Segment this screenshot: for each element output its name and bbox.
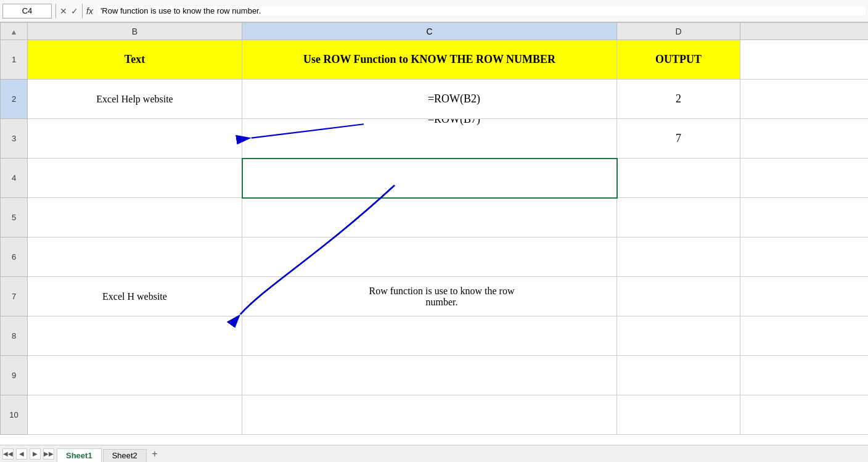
cell-d2-content: 2 [621,81,736,117]
row-header-4: 4 [1,159,28,198]
cancel-icon[interactable]: ✕ [60,6,67,16]
row-header-9: 9 [1,356,28,395]
row-header-5: 5 [1,198,28,237]
table-row: 1 Text Use ROW Function to KNOW THE ROW … [1,40,869,80]
confirm-icon[interactable]: ✓ [71,6,78,16]
spreadsheet-wrapper: ▲ B C D 1 Text [0,22,868,435]
cell-c3[interactable]: =ROW(B7) [242,119,617,159]
cell-c1-content: Use ROW Function to KNOW THE ROW NUMBER [246,41,613,78]
table-row: 8 [1,316,869,356]
spreadsheet-table: ▲ B C D 1 Text [0,22,868,435]
row-header-8: 8 [1,316,28,356]
cell-c3-content: =ROW(B7) [246,120,613,157]
cell-b8[interactable] [28,316,242,356]
cell-d2[interactable]: 2 [617,80,740,119]
corner-cell: ▲ [1,23,28,40]
cell-c8[interactable] [242,316,617,356]
cell-e9[interactable] [740,356,869,395]
cell-reference-box[interactable]: C4 [2,4,52,19]
cell-d8[interactable] [617,316,740,356]
cell-b2[interactable]: Excel Help website [28,80,242,119]
cell-b6[interactable] [28,237,242,277]
cell-d3-content: 7 [621,120,736,157]
row-header-7: 7 [1,277,28,316]
cell-e1[interactable] [740,40,869,80]
formula-content: 'Row function is use to know the row num… [98,6,866,15]
table-row: 3 =ROW(B7) 7 [1,119,869,159]
fx-label: fx [86,6,93,16]
cell-b5[interactable] [28,198,242,237]
cell-d4[interactable] [617,159,740,198]
col-header-c[interactable]: C [242,23,617,40]
row-header-3: 3 [1,119,28,159]
cell-d3[interactable]: 7 [617,119,740,159]
table-row: 10 [1,395,869,435]
cell-e8[interactable] [740,316,869,356]
cell-b3[interactable] [28,119,242,159]
cell-d5[interactable] [617,198,740,237]
formula-divider [55,4,56,19]
cell-d7[interactable] [617,277,740,316]
cell-b7[interactable]: Excel H website [28,277,242,316]
cell-e10[interactable] [740,395,869,435]
cell-b2-content: Excel Help website [31,81,238,117]
formula-divider2 [82,4,83,19]
cell-b7-content: Excel H website [31,278,238,315]
table-row: 6 [1,237,869,277]
cell-b9[interactable] [28,356,242,395]
col-header-b[interactable]: B [28,23,242,40]
cell-c5[interactable] [242,198,617,237]
cell-c10[interactable] [242,395,617,435]
cell-e3[interactable] [740,119,869,159]
cell-d1[interactable]: OUTPUT [617,40,740,80]
table-row: 2 Excel Help website =ROW(B2) 2 [1,80,869,119]
row-header-6: 6 [1,237,28,277]
cell-c7[interactable]: Row function is use to know the row numb… [242,277,617,316]
cell-d9[interactable] [617,356,740,395]
cell-c6[interactable] [242,237,617,277]
cell-c2-content: =ROW(B2) [246,81,613,117]
cell-c9[interactable] [242,356,617,395]
col-header-e[interactable] [740,23,869,40]
cell-b1-content: Text [31,41,238,78]
cell-e2[interactable] [740,80,869,119]
table-row: 7 Excel H website Row function is use to… [1,277,869,316]
column-header-row: ▲ B C D [1,23,869,40]
cell-e6[interactable] [740,237,869,277]
table-row: 9 [1,356,869,395]
cell-d10[interactable] [617,395,740,435]
cell-b10[interactable] [28,395,242,435]
formula-bar: C4 ✕ ✓ fx 'Row function is use to know t… [0,0,868,22]
formula-icons: ✕ ✓ [60,6,78,16]
cell-e7[interactable] [740,277,869,316]
cell-c4[interactable] [242,159,617,198]
cell-c7-content: Row function is use to know the row numb… [271,278,613,315]
cell-d1-content: OUTPUT [621,41,736,78]
cell-d6[interactable] [617,237,740,277]
cell-e5[interactable] [740,198,869,237]
row-header-10: 10 [1,395,28,435]
cell-e4[interactable] [740,159,869,198]
cell-b4[interactable] [28,159,242,198]
row-header-1: 1 [1,40,28,80]
col-header-d[interactable]: D [617,23,740,40]
cell-c1[interactable]: Use ROW Function to KNOW THE ROW NUMBER [242,40,617,80]
table-row: 5 [1,198,869,237]
cell-b1[interactable]: Text [28,40,242,80]
table-row: 4 [1,159,869,198]
row-header-2: 2 [1,80,28,119]
cell-c2[interactable]: =ROW(B2) [242,80,617,119]
